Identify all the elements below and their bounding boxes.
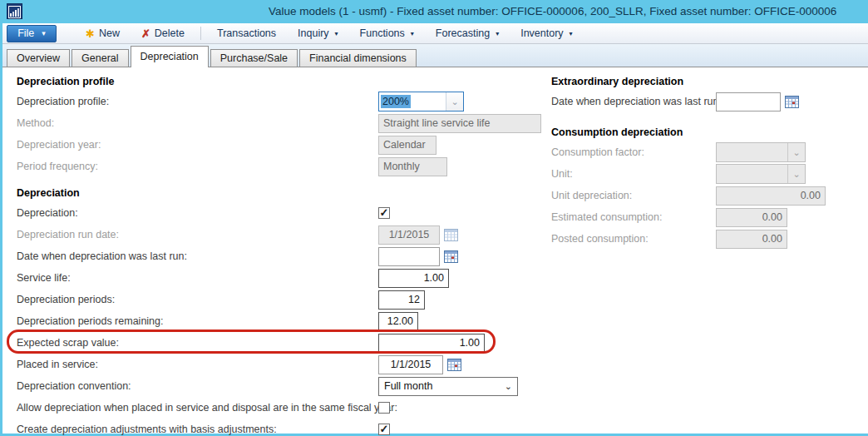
period-frequency-field: Monthly [378,157,447,176]
placed-in-service-row: Placed in service: 1/1/2015 [17,354,536,375]
new-star-icon: ✱ [86,27,95,40]
depreciation-periods-input[interactable]: 12 [378,290,425,310]
unit-row: Unit: ⌄ [551,163,863,185]
create-adjustments-checkbox[interactable]: ✓ [378,424,390,435]
depreciation-run-date-label: Depreciation run date: [17,229,378,240]
menu-inventory[interactable]: Inventory ▾ [510,27,583,39]
expected-scrap-value-label: Expected scrap value: [17,337,378,349]
delete-button[interactable]: ✗ Delete [131,27,195,40]
tabstrip: Overview General Depreciation Purchase/S… [2,44,868,67]
depreciation-year-row: Depreciation year: Calendar [17,134,536,156]
placed-in-service-input[interactable]: 1/1/2015 [378,355,443,374]
delete-button-label: Delete [155,27,185,39]
chevron-down-icon: ▾ [496,30,499,37]
depreciation-profile-value: 200% [381,95,411,108]
file-menu-label: File [17,27,34,39]
method-row: Method: Straight line service life [17,112,536,134]
section-depreciation-profile: Depreciation profile [17,73,536,91]
new-button[interactable]: ✱ New [75,27,131,40]
menu-functions-label: Functions [360,27,405,39]
posted-consumption-row: Posted consumption: 0.00 [551,228,863,250]
depreciation-label: Depreciation: [17,207,378,219]
tab-general[interactable]: General [72,49,128,67]
method-label: Method: [17,117,378,129]
depreciation-profile-row: Depreciation profile: 200% ⌄ [17,91,536,112]
calendar-icon[interactable] [785,95,799,108]
unit-label: Unit: [551,168,716,180]
depreciation-convention-label: Depreciation convention: [17,380,378,392]
unit-depreciation-field: 0.00 [716,186,826,206]
extraordinary-last-run-row: Date when depreciation was last run: [551,91,863,112]
unit-value [717,165,787,183]
new-button-label: New [99,27,120,39]
consumption-factor-value [717,143,787,161]
chevron-down-icon: ⌄ [451,97,458,107]
placed-in-service-label: Placed in service: [17,359,378,370]
periods-remaining-label: Depreciation periods remaining: [17,315,378,327]
depreciation-profile-label: Depreciation profile: [17,96,378,107]
tab-depreciation[interactable]: Depreciation [131,46,209,67]
last-run-date-label: Date when depreciation was last run: [17,250,378,262]
periods-remaining-input[interactable]: 12.00 [378,312,418,331]
menu-inquiry[interactable]: Inquiry ▾ [287,27,349,39]
posted-consumption-label: Posted consumption: [551,233,716,245]
service-life-input[interactable]: 1.00 [378,269,449,288]
combo-dropdown-button: ⌄ [787,143,805,161]
calendar-icon[interactable] [444,250,458,263]
file-menu-button[interactable]: File ▾ [7,25,57,42]
last-run-date-row: Date when depreciation was last run: [17,245,536,267]
tab-purchase-sale[interactable]: Purchase/Sale [210,49,298,67]
depreciation-run-date-field: 1/1/2015 [378,225,440,245]
titlebar: Value models (1 - usmf) - Fixed asset nu… [0,0,868,23]
menu-transactions-label: Transactions [217,27,276,39]
consumption-factor-row: Consumption factor: ⌄ [551,141,863,163]
menu-functions[interactable]: Functions ▾ [349,27,425,39]
chevron-down-icon: ▾ [335,30,338,37]
estimated-consumption-label: Estimated consumption: [551,211,716,223]
tab-financial-dimensions[interactable]: Financial dimensions [299,49,417,67]
depreciation-profile-combobox[interactable]: 200% ⌄ [378,92,464,111]
calendar-icon[interactable] [447,358,461,371]
consumption-factor-label: Consumption factor: [551,146,716,158]
depreciation-periods-row: Depreciation periods: 12 [17,289,536,310]
section-extraordinary-depreciation: Extraordinary depreciation [551,73,863,91]
depreciation-run-date-row: Depreciation run date: 1/1/2015 [17,224,536,245]
combo-dropdown-button[interactable]: ⌄ [446,92,463,111]
consumption-factor-combobox: ⌄ [716,142,806,162]
chevron-down-icon: ▾ [411,30,414,37]
chevron-down-icon: ▾ [570,30,573,37]
calendar-icon [444,228,458,241]
menu-forecasting-label: Forecasting [436,27,490,39]
chevron-down-icon: ⌄ [505,381,512,392]
section-depreciation: Depreciation [17,185,536,202]
extraordinary-last-run-input[interactable] [716,92,781,111]
allow-depreciation-label: Allow depreciation when placed in servic… [17,402,378,414]
tab-overview[interactable]: Overview [7,49,70,67]
menu-inquiry-label: Inquiry [298,27,329,39]
section-consumption-depreciation: Consumption depreciation [551,124,863,141]
period-frequency-row: Period frequency: Monthly [17,156,536,177]
depreciation-year-label: Depreciation year: [17,139,378,151]
depreciation-checkbox[interactable]: ✓ [378,207,390,219]
unit-depreciation-row: Unit depreciation: 0.00 [551,185,863,206]
allow-depreciation-row: Allow depreciation when placed in servic… [17,397,536,419]
menu-forecasting[interactable]: Forecasting ▾ [425,27,510,39]
allow-depreciation-checkbox[interactable] [378,402,390,414]
periods-remaining-row: Depreciation periods remaining: 12.00 [17,310,536,332]
chevron-down-icon: ⌄ [792,147,800,158]
menu-inventory-label: Inventory [520,27,563,39]
left-column: Depreciation profile Depreciation profil… [17,67,536,436]
right-column: Extraordinary depreciation Date when dep… [551,67,863,250]
expected-scrap-value-input[interactable]: 1.00 [378,334,485,353]
create-adjustments-label: Create depreciation adjustments with bas… [17,424,378,435]
create-adjustments-row: Create depreciation adjustments with bas… [17,419,536,436]
last-run-date-input[interactable] [378,247,440,266]
depreciation-convention-value: Full month [384,380,432,392]
window-body: File ▾ ✱ New ✗ Delete Transactions Inqui… [0,23,868,436]
depreciation-periods-label: Depreciation periods: [17,294,378,305]
depreciation-year-field: Calendar [378,136,436,155]
menu-transactions[interactable]: Transactions [206,27,287,39]
estimated-consumption-field: 0.00 [716,208,787,227]
depreciation-convention-select[interactable]: Full month ⌄ [378,377,518,396]
unit-combobox: ⌄ [716,164,806,184]
